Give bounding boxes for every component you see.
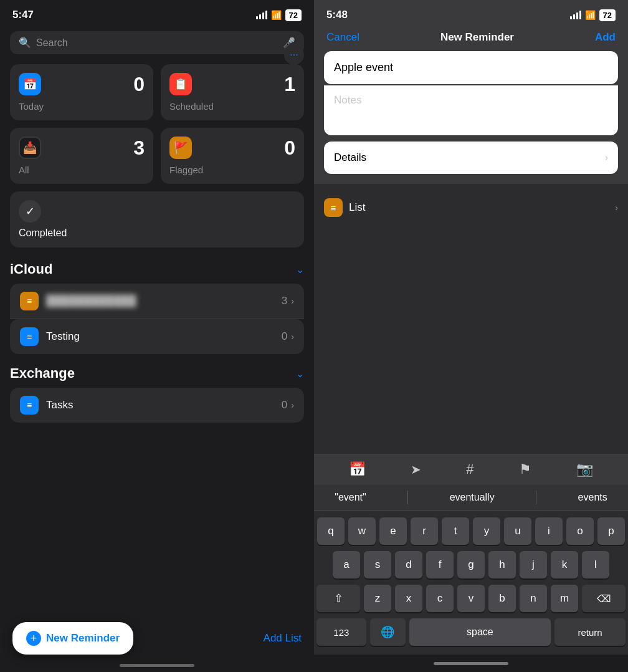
key-a[interactable]: a [333,551,360,578]
list-icon-1: ≡ [20,292,39,310]
tasks-list-label: Tasks [46,399,282,411]
signal-icon-right [570,11,581,19]
key-i[interactable]: i [535,517,563,545]
keyboard: q w e r t y u i o p a s d f g h j k l ⇧ … [314,511,628,655]
details-row[interactable]: Details › [324,142,618,174]
scheduled-count: 1 [284,73,295,96]
all-label: All [19,165,145,175]
tag-toolbar-icon[interactable]: # [466,461,473,478]
key-y[interactable]: y [473,517,500,545]
key-t[interactable]: t [442,517,469,545]
today-icon: 📅 [19,73,41,95]
exchange-chevron[interactable]: ⌄ [296,368,304,380]
key-k[interactable]: k [551,551,578,578]
icloud-list-item-1[interactable]: ≡ ████████████ 3 › [10,284,304,319]
key-m[interactable]: m [551,585,578,612]
add-list-button[interactable]: Add List [264,632,302,645]
camera-toolbar-icon[interactable]: 📷 [576,461,593,478]
tasks-list-count: 0 [282,399,287,411]
flagged-card[interactable]: 🚩 0 Flagged [161,128,304,184]
key-g[interactable]: g [457,551,485,578]
scheduled-icon: 📋 [169,73,192,95]
completed-icon: ✓ [19,200,41,223]
reminder-title-field[interactable]: Apple event [324,51,618,84]
icloud-lists: ≡ ████████████ 3 › ≡ Testing 0 › [10,284,304,354]
all-icon: 📥 [19,137,41,159]
search-bar[interactable]: 🔍 Search 🎤 [10,31,304,54]
key-n[interactable]: n [520,585,547,612]
key-o[interactable]: o [566,517,594,545]
home-indicator-left [120,664,194,667]
search-placeholder: Search [36,37,278,49]
today-count: 0 [133,73,145,96]
key-shift[interactable]: ⇧ [316,585,360,612]
keyboard-row-2: a s d f g h j k l [316,551,626,578]
key-h[interactable]: h [488,551,516,578]
key-return[interactable]: return [554,618,626,646]
tasks-list-chevron: › [291,400,294,410]
icloud-title: iCloud [10,261,52,277]
key-z[interactable]: z [364,585,391,612]
key-r[interactable]: r [411,517,438,545]
key-numbers[interactable]: 123 [316,618,366,646]
keyboard-row-3: ⇧ z x c v b n m ⌫ [316,585,626,612]
testing-list-icon: ≡ [20,327,39,346]
key-space[interactable]: space [409,618,551,646]
key-b[interactable]: b [488,585,516,612]
key-c[interactable]: c [426,585,454,612]
home-indicator-right [314,655,628,672]
all-card[interactable]: 📥 3 All [10,128,153,184]
icloud-chevron[interactable]: ⌄ [296,264,304,276]
tasks-list-item[interactable]: ≡ Tasks 0 › [10,388,304,423]
today-label: Today [19,101,145,112]
new-reminder-label: New Reminder [46,632,120,645]
key-f[interactable]: f [426,551,454,578]
today-card[interactable]: 📅 0 Today [10,64,153,120]
list-selector-row[interactable]: ≡ List › [314,190,628,225]
testing-list-item[interactable]: ≡ Testing 0 › [10,319,304,354]
autocorrect-right[interactable]: events [578,492,607,503]
nav-bar: Cancel New Reminder Add [314,26,628,51]
notes-field[interactable]: Notes [324,85,618,135]
exchange-lists: ≡ Tasks 0 › [10,388,304,423]
icloud-list-count-1: 3 [282,295,287,307]
key-w[interactable]: w [348,517,376,545]
search-icon: 🔍 [19,37,31,49]
key-j[interactable]: j [520,551,547,578]
right-panel: 5:48 📶 72 Cancel New Reminder Add Apple … [314,0,628,672]
flagged-count: 0 [284,137,295,160]
key-l[interactable]: l [582,551,609,578]
key-q[interactable]: q [317,517,345,545]
plus-icon: + [26,631,41,646]
left-panel: 5:47 📶 72 ··· 🔍 Search 🎤 📅 [0,0,314,672]
testing-list-chevron: › [291,332,294,342]
key-globe[interactable]: 🌐 [370,618,406,646]
location-toolbar-icon[interactable]: ➤ [411,462,421,477]
new-reminder-button[interactable]: + New Reminder [12,622,133,655]
list-row-icon: ≡ [324,198,343,217]
key-v[interactable]: v [457,585,485,612]
cancel-button[interactable]: Cancel [326,31,359,44]
scheduled-card[interactable]: 📋 1 Scheduled [161,64,304,120]
key-s[interactable]: s [364,551,391,578]
key-u[interactable]: u [504,517,531,545]
wifi-icon: 📶 [271,10,282,20]
icloud-list-label-1: ████████████ [46,295,282,307]
flag-toolbar-icon[interactable]: ⚑ [519,461,531,478]
ellipsis-icon: ··· [290,49,298,60]
list-row-label: List [349,201,365,214]
key-x[interactable]: x [395,585,422,612]
keyboard-row-1: q w e r t y u i o p [316,517,626,545]
autocorrect-middle[interactable]: eventually [450,492,495,503]
key-delete[interactable]: ⌫ [582,585,626,612]
key-p[interactable]: p [597,517,625,545]
more-button[interactable]: ··· [284,45,304,65]
add-button[interactable]: Add [595,31,616,44]
autocorrect-quoted[interactable]: "event" [335,492,366,503]
key-e[interactable]: e [379,517,407,545]
flagged-label: Flagged [169,165,295,175]
completed-card[interactable]: ✓ Completed [10,191,304,247]
key-d[interactable]: d [395,551,422,578]
notes-placeholder: Notes [334,94,361,106]
calendar-toolbar-icon[interactable]: 📅 [349,461,366,478]
